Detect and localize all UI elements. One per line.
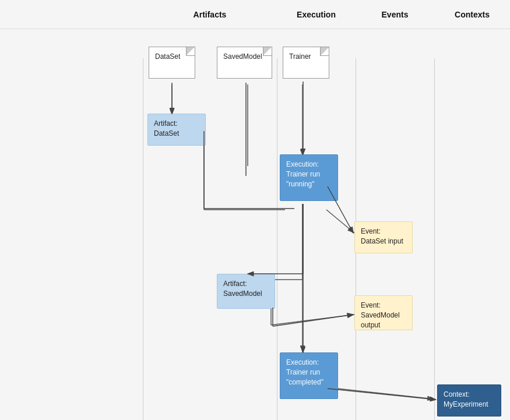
arrows-svg (0, 29, 510, 420)
execution-completed-node: Execution: Trainer run "completed" (280, 352, 338, 399)
col-sep-2 (277, 58, 277, 420)
svg-line-24 (273, 315, 353, 326)
event-savedmodel-output-node: Event: SavedModel output (354, 295, 413, 330)
execution-running-node: Execution: Trainer run "running" (280, 154, 338, 201)
artifact-dataset-node: Artifact: DataSet (147, 114, 206, 146)
col-sep-4 (434, 58, 435, 420)
arrows-svg-2 (0, 29, 510, 420)
dataset-type-node: DataSet (149, 47, 195, 79)
svg-line-11 (271, 315, 354, 325)
svg-line-26 (328, 389, 436, 400)
trainer-type-node: Trainer (283, 47, 329, 79)
svg-line-6 (326, 210, 354, 233)
event-dataset-input-node: Event: DataSet input (354, 221, 413, 253)
col-header-contexts: Contexts (434, 10, 510, 19)
col-header-events: Events (356, 10, 434, 19)
context-myexperiment-node: Context: MyExperiment (437, 384, 501, 417)
col-header-artifacts-main: Artifacts (143, 10, 277, 19)
content-area: DataSet SavedModel Artifact: DataSet Tra… (0, 29, 510, 420)
col-header-execution: Execution (277, 10, 356, 19)
svg-line-13 (326, 387, 434, 399)
col-sep-1 (143, 58, 143, 420)
artifact-savedmodel-node: Artifact: SavedModel (217, 274, 275, 309)
diagram-container: Artifacts Execution Events Contexts (0, 0, 510, 420)
column-headers: Artifacts Execution Events Contexts (0, 0, 510, 29)
savedmodel-type-node: SavedModel (217, 47, 272, 79)
